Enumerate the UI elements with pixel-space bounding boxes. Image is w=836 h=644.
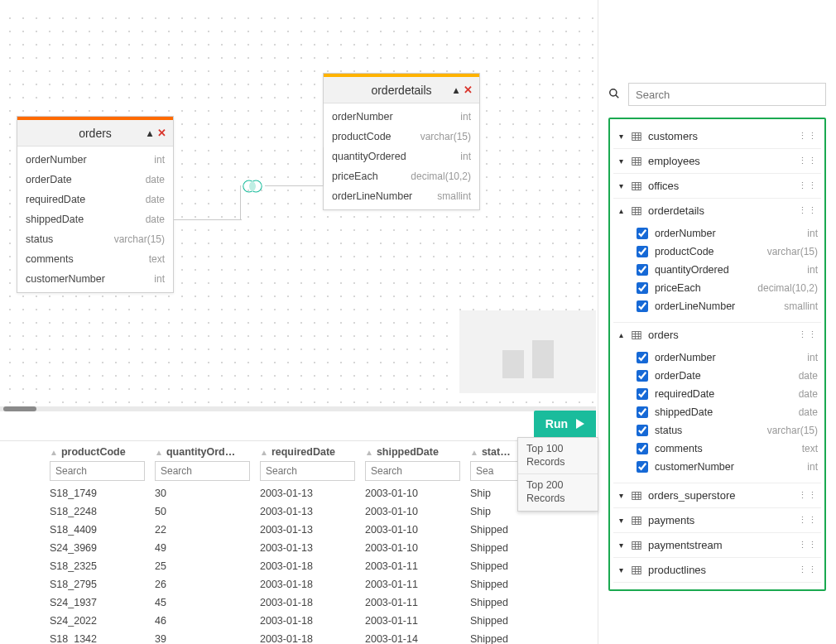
card-column-row[interactable]: statusvarchar(15) [17,229,173,249]
column-header[interactable]: ▲requiredDate [260,446,365,458]
table-row[interactable]: S18_2795262003-01-182003-01-11Shipped [50,575,596,594]
sort-icon[interactable]: ▲ [260,448,268,457]
column-checkbox[interactable] [637,246,648,257]
column-checkbox[interactable] [637,388,648,400]
card-column-row[interactable]: quantityOrderedint [324,147,479,166]
tree-column-row[interactable]: quantityOrderedint [637,261,821,279]
dataset-search-input[interactable] [628,83,826,106]
card-column-row[interactable]: orderDatedate [17,170,173,190]
drag-handle-icon[interactable]: ⋮⋮ [798,180,818,191]
tree-column-row[interactable]: customerNumberint [637,458,821,476]
caret-up-icon[interactable]: ▴ [617,330,625,339]
column-checkbox[interactable] [637,461,648,473]
table-cell: S24_1937 [50,597,155,608]
dataset-tree: ▾customers⋮⋮▾employees⋮⋮▾offices⋮⋮▴order… [608,118,826,591]
tree-node-row[interactable]: ▾customers⋮⋮ [613,124,821,148]
column-search-input[interactable] [365,461,460,481]
caret-down-icon[interactable]: ▾ [617,541,625,550]
sort-icon[interactable]: ▲ [470,448,478,457]
close-icon[interactable]: ✕ [157,127,166,139]
column-checkbox[interactable] [637,370,648,382]
column-type: int [807,264,818,276]
caret-down-icon[interactable]: ▾ [617,132,625,141]
card-column-row[interactable]: orderNumberint [17,150,173,170]
tree-node-row[interactable]: ▾offices⋮⋮ [613,174,821,198]
tree-node-row[interactable]: ▾productlines⋮⋮ [613,558,821,582]
card-column-row[interactable]: priceEachdecimal(10,2) [324,166,479,186]
tree-column-row[interactable]: priceEachdecimal(10,2) [637,279,821,297]
tree-column-row[interactable]: statusvarchar(15) [637,421,821,440]
tree-column-row[interactable]: orderNumberint [637,224,821,243]
run-option-top200[interactable]: Top 200 Records [518,474,598,510]
drag-handle-icon[interactable]: ⋮⋮ [798,515,818,526]
drag-handle-icon[interactable]: ⋮⋮ [798,205,818,216]
card-column-row[interactable]: customerNumberint [17,269,173,289]
sort-icon[interactable]: ▲ [50,448,58,457]
sort-icon[interactable]: ▲ [155,448,163,457]
column-checkbox[interactable] [637,443,648,454]
drag-handle-icon[interactable]: ⋮⋮ [798,329,818,340]
caret-down-icon[interactable]: ▾ [617,491,625,500]
tree-node-row[interactable]: ▴orderdetails⋮⋮ [613,199,821,223]
tree-node-row[interactable]: ▴orders⋮⋮ [613,323,821,347]
card-column-row[interactable]: orderNumberint [324,107,479,127]
tree-column-row[interactable]: productCodevarchar(15) [637,243,821,261]
tree-column-row[interactable]: shippedDatedate [637,403,821,421]
tree-node-row[interactable]: ▾orders_superstore⋮⋮ [613,483,821,507]
column-checkbox[interactable] [637,406,648,418]
tree-node-row[interactable]: ▾payments⋮⋮ [613,508,821,532]
table-row[interactable]: S18_1749302003-01-132003-01-10Ship [50,484,596,502]
drag-handle-icon[interactable]: ⋮⋮ [798,490,818,501]
card-column-row[interactable]: productCodevarchar(15) [324,127,479,147]
tree-node-row[interactable]: ▾paymentstream⋮⋮ [613,533,821,557]
join-node[interactable] [240,174,265,199]
table-row[interactable]: S24_1937452003-01-182003-01-11Shipped [50,594,596,612]
tree-column-row[interactable]: orderDatedate [637,367,821,385]
card-column-row[interactable]: requiredDatedate [17,190,173,209]
column-header[interactable]: ▲quantityOrd… [155,446,260,458]
table-row[interactable]: S24_2022462003-01-182003-01-11Shipped [50,612,596,630]
table-row[interactable]: S18_2248502003-01-132003-01-10Ship [50,502,596,521]
column-search-input[interactable] [260,461,355,481]
close-icon[interactable]: ✕ [464,84,473,96]
column-checkbox[interactable] [637,228,648,239]
query-canvas[interactable]: orders ▴ ✕ orderNumberintorderDatedatere… [0,8,596,406]
drag-handle-icon[interactable]: ⋮⋮ [798,131,818,142]
column-search-input[interactable] [155,461,250,481]
table-row[interactable]: S18_1342392003-01-182003-01-14Shipped [50,630,596,644]
column-checkbox[interactable] [637,352,648,363]
table-card-orders[interactable]: orders ▴ ✕ orderNumberintorderDatedatere… [17,116,174,293]
run-option-top100[interactable]: Top 100 Records [518,438,598,474]
tree-column-row[interactable]: orderNumberint [637,348,821,367]
tree-column-row[interactable]: commentstext [637,440,821,458]
sort-icon[interactable]: ▲ [365,448,373,457]
column-checkbox[interactable] [637,264,648,276]
tree-node-row[interactable]: ▾employees⋮⋮ [613,149,821,173]
column-checkbox[interactable] [637,425,648,436]
collapse-icon[interactable]: ▴ [454,84,459,96]
table-row[interactable]: S18_4409222003-01-132003-01-10Shipped [50,521,596,539]
column-header[interactable]: ▲shippedDate [365,446,470,458]
column-header[interactable]: ▲productCode [50,446,155,458]
caret-down-icon[interactable]: ▾ [617,516,625,525]
card-column-row[interactable]: commentstext [17,249,173,269]
column-checkbox[interactable] [637,282,648,294]
caret-down-icon[interactable]: ▾ [617,181,625,190]
drag-handle-icon[interactable]: ⋮⋮ [798,156,818,166]
collapse-icon[interactable]: ▴ [147,127,152,139]
tree-column-row[interactable]: requiredDatedate [637,385,821,403]
caret-down-icon[interactable]: ▾ [617,565,625,574]
card-column-row[interactable]: shippedDatedate [17,209,173,229]
table-card-orderdetails[interactable]: orderdetails ▴ ✕ orderNumberintproductCo… [323,73,480,210]
tree-column-row[interactable]: orderLineNumbersmallint [637,297,821,315]
column-checkbox[interactable] [637,300,648,312]
caret-down-icon[interactable]: ▾ [617,156,625,166]
drag-handle-icon[interactable]: ⋮⋮ [798,540,818,550]
column-search-input[interactable] [50,461,145,481]
caret-up-icon[interactable]: ▴ [617,206,625,215]
table-row[interactable]: S24_3969492003-01-132003-01-10Shipped [50,539,596,557]
run-button[interactable]: Run [534,411,596,437]
drag-handle-icon[interactable]: ⋮⋮ [798,565,818,575]
card-column-row[interactable]: orderLineNumbersmallint [324,186,479,206]
table-row[interactable]: S18_2325252003-01-182003-01-11Shipped [50,557,596,575]
